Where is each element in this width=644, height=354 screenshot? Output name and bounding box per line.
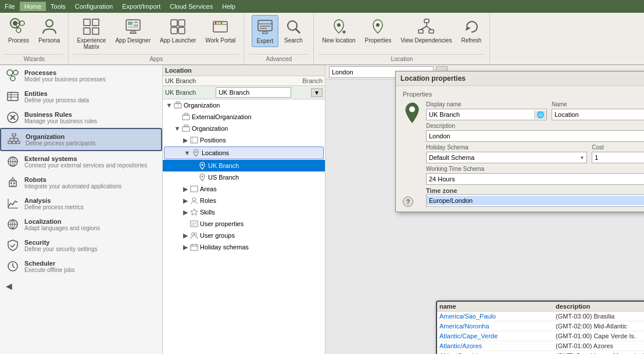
branch-value-input[interactable] [216, 87, 291, 98]
toolbar-search[interactable]: Search [281, 15, 306, 46]
svg-rect-91 [184, 125, 188, 127]
roles-icon [189, 196, 199, 205]
menu-export-import[interactable]: Export/Import [117, 2, 165, 11]
sidebar-item-external-systems[interactable]: External systems Connect your external s… [0, 151, 162, 172]
svg-point-24 [215, 22, 217, 24]
timezone-row[interactable]: America/Noronha(GMT-02:00) Mid-Atlantic [437, 321, 644, 331]
toolbar-section-advanced: Expert Search Advanced [244, 13, 314, 65]
display-name-input[interactable] [427, 110, 534, 119]
sidebar-analysis-text: Analysis Define process metrics [24, 197, 156, 210]
dialog-titlebar[interactable]: Location properties – □ ✕ [396, 71, 644, 86]
display-name-label: Display name [426, 101, 547, 108]
toolbar-expert[interactable]: Expert [252, 15, 278, 47]
help-button[interactable]: ? [403, 196, 413, 207]
tree-user-groups[interactable]: ▶ User groups [163, 230, 325, 241]
menu-configuration[interactable]: Configuration [70, 2, 117, 11]
menu-home[interactable]: Home [20, 2, 46, 11]
sidebar-localization-title: Localization [24, 218, 156, 225]
sidebar-item-security[interactable]: Security Define your security settings [0, 235, 162, 256]
sidebar-organization-desc: Define process participants [26, 140, 155, 146]
working-time-select[interactable]: 24 Hours ▼ [426, 173, 644, 185]
tree-organization-sub[interactable]: ▼ Organization [163, 123, 325, 134]
tree-uk-branch[interactable]: UK Branch [163, 160, 325, 171]
timezone-table-header: name description [437, 302, 644, 312]
cost-input[interactable] [592, 152, 644, 163]
timezone-row-name: America/Sao_Paulo [439, 313, 556, 320]
app-launcher-label: App Launcher [160, 37, 196, 44]
tree-holiday-schemas[interactable]: ▶ Holiday schemas [163, 241, 325, 253]
svg-point-6 [46, 20, 53, 27]
sidebar-item-entities[interactable]: Entities Define your process data [0, 86, 162, 107]
sidebar-item-localization[interactable]: Localization Adapt languages and regions [0, 214, 162, 235]
sidebar-item-analysis[interactable]: Analysis Define process metrics [0, 193, 162, 214]
tree-positions[interactable]: ▶ Positions [163, 134, 325, 146]
timezone-input[interactable] [427, 196, 644, 205]
toolbar-view-dependencies[interactable]: View Dependencies [397, 15, 455, 46]
dialog-body: Properties Display name [396, 86, 644, 212]
toolbar-new-location[interactable]: New location [319, 15, 359, 46]
name-input[interactable] [552, 109, 644, 120]
branch-value-arrow[interactable]: ▼ [311, 88, 323, 97]
timezone-row[interactable]: Africa/Casablanca(GMT) Casablanca, Monro… [437, 351, 644, 354]
tree-org-label: Organization [184, 102, 220, 109]
us-branch-icon [198, 173, 207, 182]
svg-point-25 [218, 22, 220, 24]
timezone-row[interactable]: Atlantic/Cape_Verde(GMT-01:00) Cape Verd… [437, 331, 644, 341]
tree-user-properties-label: User properties [200, 220, 244, 227]
toolbar-app-launcher[interactable]: App Launcher [156, 15, 199, 46]
sidebar-item-scheduler[interactable]: Scheduler Execute offline jobs [0, 256, 162, 277]
svg-rect-19 [178, 20, 185, 26]
sidebar-item-organization[interactable]: Organization Define process participants [0, 128, 162, 151]
svg-rect-12 [128, 22, 133, 25]
tree-expander-organization: ▼ [165, 102, 173, 109]
holiday-schema-select[interactable]: Default Schema ▼ [426, 152, 587, 163]
tree-areas[interactable]: ▶ Areas [163, 183, 325, 195]
process-icon [9, 17, 28, 36]
working-time-value: 24 Hours [429, 176, 455, 183]
menu-file[interactable]: File [0, 2, 20, 11]
sidebar-item-business-rules[interactable]: Business Rules Manage your business rule… [0, 107, 162, 128]
sidebar-collapse[interactable]: ◀ [0, 277, 162, 295]
tree-external-organization[interactable]: ExternalOrganization [163, 111, 325, 123]
timezone-row[interactable]: Atlantic/Azores(GMT-01:00) Azores [437, 341, 644, 351]
tree-organization-root[interactable]: ▼ Organization [163, 99, 325, 111]
toolbar-refresh[interactable]: Refresh [457, 15, 485, 46]
sidebar-item-robots[interactable]: Robots Integrate your automated applicat… [0, 172, 162, 193]
timezone-dropdown[interactable]: ▼ [426, 194, 644, 207]
timezone-row-desc: (GMT-02:00) Mid-Atlantic [556, 323, 644, 330]
sidebar-processes-title: Processes [24, 69, 156, 76]
toolbar-properties[interactable]: Properties [362, 15, 395, 46]
processes-icon [6, 69, 20, 83]
sidebar-item-processes[interactable]: Processes Model your business processes [0, 65, 162, 86]
globe-icon[interactable]: 🌐 [534, 110, 546, 119]
tree-areas-label: Areas [200, 185, 217, 192]
svg-rect-21 [178, 27, 185, 34]
menu-tools[interactable]: Tools [46, 2, 70, 11]
tree-us-branch[interactable]: US Branch [163, 171, 325, 183]
tree-roles[interactable]: ▶ Roles [163, 195, 325, 206]
toolbar-section-location: New location Properties [314, 13, 490, 65]
toolbar-process[interactable]: Process [5, 15, 33, 46]
toolbar-app-designer[interactable]: App Designer [112, 15, 154, 46]
description-input[interactable] [426, 130, 644, 142]
tree-positions-label: Positions [200, 137, 226, 144]
toolbar-experience-matrix[interactable]: Experience Matrix [73, 15, 109, 52]
svg-rect-8 [92, 19, 99, 26]
svg-rect-13 [134, 22, 138, 23]
tree-uk-branch-label: UK Branch [208, 162, 239, 169]
tree-skills[interactable]: ▶ Skills [163, 206, 325, 218]
tree-locations[interactable]: ▼ Locations [164, 146, 324, 159]
menu-cloud-services[interactable]: Cloud Services [165, 2, 217, 11]
timezone-row[interactable]: America/Sao_Paulo(GMT-03:00) Brasilia [437, 312, 644, 321]
svg-point-72 [10, 183, 12, 184]
toolbar-persona[interactable]: Persona [35, 15, 63, 46]
security-icon [6, 238, 20, 252]
toolbar-work-portal[interactable]: Work Portal [202, 15, 239, 46]
sidebar-processes-desc: Model your business processes [24, 76, 156, 83]
dialog-help-area: ? [403, 196, 413, 207]
tree-user-properties[interactable]: User properties [163, 218, 325, 230]
sidebar-scheduler-text: Scheduler Execute offline jobs [24, 260, 156, 273]
timezone-table: name description America/Sao_Paulo(GMT-0… [436, 301, 644, 354]
tree-user-groups-label: User groups [200, 232, 235, 239]
menu-help[interactable]: Help [217, 2, 240, 11]
